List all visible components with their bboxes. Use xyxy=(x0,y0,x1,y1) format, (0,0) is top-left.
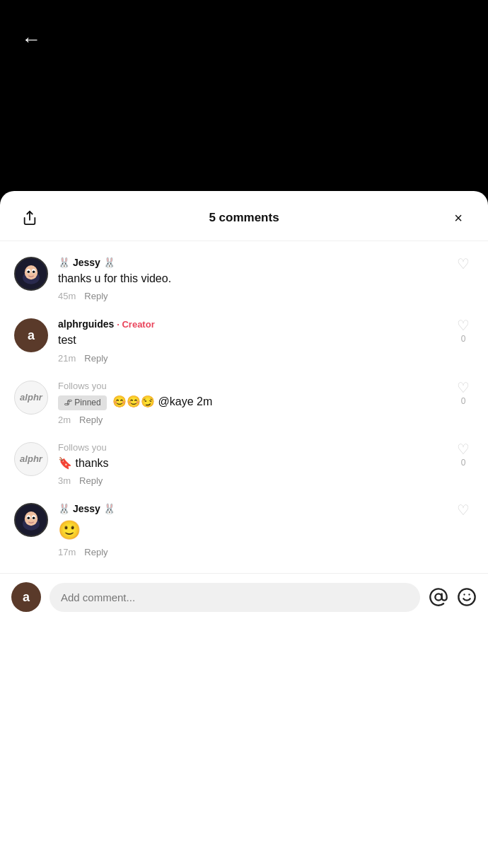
comment-body: 🐰 Jessy 🐰 thanks u for this video. 45m R… xyxy=(58,257,443,301)
reply-button[interactable]: Reply xyxy=(84,291,108,301)
comments-title: 5 comments xyxy=(42,211,446,225)
comment-body: Follows you 🖇 Pinned 😊😊😏 @kaye 2m 2m Rep… xyxy=(58,381,443,425)
follows-you-label: Follows you xyxy=(58,442,443,453)
close-button[interactable]: × xyxy=(446,205,471,231)
comment-item: alphr Follows you 🔖 thanks 3m Reply ♡ 0 xyxy=(0,434,488,494)
svg-point-7 xyxy=(33,270,35,273)
comment-text: 🙂 xyxy=(58,517,443,543)
avatar-image xyxy=(16,504,47,536)
heart-icon: ♡ xyxy=(457,503,470,517)
avatar xyxy=(14,257,48,291)
comment-item: 🐰 Jessy 🐰 🙂 17m Reply ♡ xyxy=(0,494,488,566)
like-button[interactable]: ♡ 0 xyxy=(453,381,474,406)
comment-input-bar: a xyxy=(0,573,488,620)
svg-point-10 xyxy=(25,511,37,526)
avatar xyxy=(14,503,48,537)
at-mention-button[interactable] xyxy=(429,587,448,607)
avatar: alphr xyxy=(14,381,48,415)
comment-item: a alphrguides · Creator test 21m Reply ♡… xyxy=(0,310,488,371)
follows-you-label: Follows you xyxy=(58,381,443,391)
heart-icon: ♡ xyxy=(457,318,470,332)
like-button[interactable]: ♡ 0 xyxy=(453,442,474,468)
like-button[interactable]: ♡ xyxy=(453,257,474,271)
comment-text: thanks u for this video. xyxy=(58,271,443,287)
reply-button[interactable]: Reply xyxy=(79,415,103,425)
comment-input[interactable] xyxy=(50,583,420,612)
like-count: 0 xyxy=(461,458,466,468)
sheet-header: 5 comments × xyxy=(0,191,488,241)
share-button[interactable] xyxy=(17,205,42,231)
avatar: a xyxy=(14,318,48,352)
comment-text: 🔖 thanks xyxy=(58,456,443,471)
comment-body: alphrguides · Creator test 21m Reply xyxy=(58,318,443,363)
svg-point-15 xyxy=(435,594,441,601)
comment-time: 3m xyxy=(58,475,71,486)
comment-meta: 3m Reply xyxy=(58,475,443,486)
heart-icon: ♡ xyxy=(457,257,470,271)
comment-item: alphr Follows you 🖇 Pinned 😊😊😏 @kaye 2m … xyxy=(0,372,488,434)
svg-point-16 xyxy=(458,589,475,606)
comment-meta: 45m Reply xyxy=(58,291,443,301)
video-area: ← xyxy=(0,0,488,191)
comment-username: alphrguides · Creator xyxy=(58,318,443,330)
emoji-button[interactable] xyxy=(457,587,477,607)
reply-button[interactable]: Reply xyxy=(84,547,108,557)
back-button[interactable]: ← xyxy=(21,28,41,51)
svg-point-13 xyxy=(28,516,30,519)
comment-time: 17m xyxy=(58,547,76,557)
comment-username: 🐰 Jessy 🐰 xyxy=(58,503,443,514)
pinned-tag: 🖇 Pinned xyxy=(58,395,107,410)
comment-item: 🐰 Jessy 🐰 thanks u for this video. 45m R… xyxy=(0,248,488,310)
creator-badge: · Creator xyxy=(117,319,154,330)
comment-time: 21m xyxy=(58,353,76,364)
comment-time: 45m xyxy=(58,291,76,301)
reply-button[interactable]: Reply xyxy=(79,475,103,486)
reply-button[interactable]: Reply xyxy=(84,353,108,364)
comment-body: 🐰 Jessy 🐰 🙂 17m Reply xyxy=(58,503,443,557)
svg-point-3 xyxy=(25,265,37,279)
comment-body: Follows you 🔖 thanks 3m Reply xyxy=(58,442,443,486)
avatar: alphr xyxy=(14,442,48,476)
comments-list: 🐰 Jessy 🐰 thanks u for this video. 45m R… xyxy=(0,241,488,573)
input-avatar: a xyxy=(11,582,41,612)
comment-meta: 21m Reply xyxy=(58,353,443,364)
svg-point-6 xyxy=(28,270,30,273)
comments-sheet: 5 comments × 🐰 Jessy 🐰 thanks xyxy=(0,191,488,868)
comment-username: 🐰 Jessy 🐰 xyxy=(58,257,443,268)
like-button[interactable]: ♡ xyxy=(453,503,474,517)
heart-icon: ♡ xyxy=(457,381,470,395)
comment-meta: 2m Reply xyxy=(58,415,443,425)
like-button[interactable]: ♡ 0 xyxy=(453,318,474,344)
heart-icon: ♡ xyxy=(457,442,470,456)
comment-text: test xyxy=(58,332,443,348)
avatar-image xyxy=(16,258,47,289)
like-count: 0 xyxy=(461,396,466,406)
like-count: 0 xyxy=(461,334,466,344)
comment-meta: 17m Reply xyxy=(58,547,443,557)
svg-point-14 xyxy=(33,516,35,519)
comment-text: 🖇 Pinned 😊😊😏 @kaye 2m xyxy=(58,394,443,410)
comment-time: 2m xyxy=(58,415,71,425)
